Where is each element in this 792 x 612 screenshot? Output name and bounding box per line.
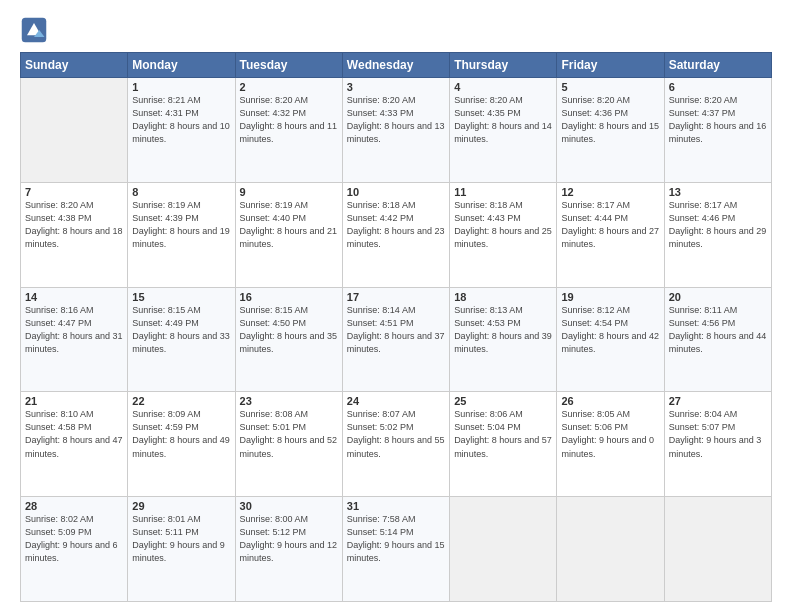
calendar-cell: 27 Sunrise: 8:04 AMSunset: 5:07 PMDaylig… <box>664 392 771 497</box>
day-number: 16 <box>240 291 338 303</box>
day-number: 21 <box>25 395 123 407</box>
calendar-cell: 8 Sunrise: 8:19 AMSunset: 4:39 PMDayligh… <box>128 182 235 287</box>
day-number: 27 <box>669 395 767 407</box>
day-number: 13 <box>669 186 767 198</box>
calendar-cell: 2 Sunrise: 8:20 AMSunset: 4:32 PMDayligh… <box>235 78 342 183</box>
day-info: Sunrise: 8:13 AMSunset: 4:53 PMDaylight:… <box>454 304 552 356</box>
calendar-cell: 15 Sunrise: 8:15 AMSunset: 4:49 PMDaylig… <box>128 287 235 392</box>
day-info: Sunrise: 8:17 AMSunset: 4:46 PMDaylight:… <box>669 199 767 251</box>
calendar-header-row: SundayMondayTuesdayWednesdayThursdayFrid… <box>21 53 772 78</box>
day-number: 15 <box>132 291 230 303</box>
day-info: Sunrise: 8:18 AMSunset: 4:43 PMDaylight:… <box>454 199 552 251</box>
day-info: Sunrise: 8:01 AMSunset: 5:11 PMDaylight:… <box>132 513 230 565</box>
day-info: Sunrise: 7:58 AMSunset: 5:14 PMDaylight:… <box>347 513 445 565</box>
calendar-cell: 21 Sunrise: 8:10 AMSunset: 4:58 PMDaylig… <box>21 392 128 497</box>
day-info: Sunrise: 8:09 AMSunset: 4:59 PMDaylight:… <box>132 408 230 460</box>
day-info: Sunrise: 8:21 AMSunset: 4:31 PMDaylight:… <box>132 94 230 146</box>
calendar-table: SundayMondayTuesdayWednesdayThursdayFrid… <box>20 52 772 602</box>
calendar-cell: 10 Sunrise: 8:18 AMSunset: 4:42 PMDaylig… <box>342 182 449 287</box>
day-number: 8 <box>132 186 230 198</box>
day-info: Sunrise: 8:20 AMSunset: 4:33 PMDaylight:… <box>347 94 445 146</box>
calendar-cell <box>450 497 557 602</box>
day-number: 25 <box>454 395 552 407</box>
calendar-cell: 23 Sunrise: 8:08 AMSunset: 5:01 PMDaylig… <box>235 392 342 497</box>
header <box>20 16 772 44</box>
day-number: 2 <box>240 81 338 93</box>
calendar-day-header: Friday <box>557 53 664 78</box>
calendar-cell: 28 Sunrise: 8:02 AMSunset: 5:09 PMDaylig… <box>21 497 128 602</box>
calendar-week-row: 14 Sunrise: 8:16 AMSunset: 4:47 PMDaylig… <box>21 287 772 392</box>
day-number: 12 <box>561 186 659 198</box>
day-info: Sunrise: 8:04 AMSunset: 5:07 PMDaylight:… <box>669 408 767 460</box>
day-number: 17 <box>347 291 445 303</box>
day-number: 5 <box>561 81 659 93</box>
day-number: 7 <box>25 186 123 198</box>
day-number: 22 <box>132 395 230 407</box>
calendar-cell: 16 Sunrise: 8:15 AMSunset: 4:50 PMDaylig… <box>235 287 342 392</box>
calendar-cell: 20 Sunrise: 8:11 AMSunset: 4:56 PMDaylig… <box>664 287 771 392</box>
day-info: Sunrise: 8:19 AMSunset: 4:40 PMDaylight:… <box>240 199 338 251</box>
calendar-cell: 14 Sunrise: 8:16 AMSunset: 4:47 PMDaylig… <box>21 287 128 392</box>
day-info: Sunrise: 8:07 AMSunset: 5:02 PMDaylight:… <box>347 408 445 460</box>
calendar-cell: 1 Sunrise: 8:21 AMSunset: 4:31 PMDayligh… <box>128 78 235 183</box>
calendar-cell: 12 Sunrise: 8:17 AMSunset: 4:44 PMDaylig… <box>557 182 664 287</box>
day-number: 6 <box>669 81 767 93</box>
calendar-cell: 25 Sunrise: 8:06 AMSunset: 5:04 PMDaylig… <box>450 392 557 497</box>
day-info: Sunrise: 8:20 AMSunset: 4:36 PMDaylight:… <box>561 94 659 146</box>
day-number: 14 <box>25 291 123 303</box>
calendar-day-header: Tuesday <box>235 53 342 78</box>
calendar-cell <box>664 497 771 602</box>
day-number: 29 <box>132 500 230 512</box>
calendar-week-row: 21 Sunrise: 8:10 AMSunset: 4:58 PMDaylig… <box>21 392 772 497</box>
day-info: Sunrise: 8:05 AMSunset: 5:06 PMDaylight:… <box>561 408 659 460</box>
day-info: Sunrise: 8:14 AMSunset: 4:51 PMDaylight:… <box>347 304 445 356</box>
day-info: Sunrise: 8:20 AMSunset: 4:35 PMDaylight:… <box>454 94 552 146</box>
day-number: 23 <box>240 395 338 407</box>
day-info: Sunrise: 8:02 AMSunset: 5:09 PMDaylight:… <box>25 513 123 565</box>
day-info: Sunrise: 8:20 AMSunset: 4:32 PMDaylight:… <box>240 94 338 146</box>
calendar-cell: 29 Sunrise: 8:01 AMSunset: 5:11 PMDaylig… <box>128 497 235 602</box>
day-number: 20 <box>669 291 767 303</box>
calendar-day-header: Thursday <box>450 53 557 78</box>
calendar-day-header: Sunday <box>21 53 128 78</box>
calendar-cell: 22 Sunrise: 8:09 AMSunset: 4:59 PMDaylig… <box>128 392 235 497</box>
day-info: Sunrise: 8:19 AMSunset: 4:39 PMDaylight:… <box>132 199 230 251</box>
page: SundayMondayTuesdayWednesdayThursdayFrid… <box>0 0 792 612</box>
day-number: 3 <box>347 81 445 93</box>
calendar-cell <box>21 78 128 183</box>
day-info: Sunrise: 8:06 AMSunset: 5:04 PMDaylight:… <box>454 408 552 460</box>
calendar-day-header: Saturday <box>664 53 771 78</box>
day-number: 19 <box>561 291 659 303</box>
calendar-cell: 24 Sunrise: 8:07 AMSunset: 5:02 PMDaylig… <box>342 392 449 497</box>
day-number: 1 <box>132 81 230 93</box>
day-info: Sunrise: 8:15 AMSunset: 4:50 PMDaylight:… <box>240 304 338 356</box>
calendar-week-row: 28 Sunrise: 8:02 AMSunset: 5:09 PMDaylig… <box>21 497 772 602</box>
logo <box>20 16 52 44</box>
calendar-cell: 18 Sunrise: 8:13 AMSunset: 4:53 PMDaylig… <box>450 287 557 392</box>
day-info: Sunrise: 8:20 AMSunset: 4:38 PMDaylight:… <box>25 199 123 251</box>
calendar-cell: 9 Sunrise: 8:19 AMSunset: 4:40 PMDayligh… <box>235 182 342 287</box>
day-number: 9 <box>240 186 338 198</box>
day-number: 18 <box>454 291 552 303</box>
calendar-cell: 6 Sunrise: 8:20 AMSunset: 4:37 PMDayligh… <box>664 78 771 183</box>
logo-icon <box>20 16 48 44</box>
calendar-cell: 3 Sunrise: 8:20 AMSunset: 4:33 PMDayligh… <box>342 78 449 183</box>
day-number: 26 <box>561 395 659 407</box>
calendar-cell: 31 Sunrise: 7:58 AMSunset: 5:14 PMDaylig… <box>342 497 449 602</box>
day-info: Sunrise: 8:18 AMSunset: 4:42 PMDaylight:… <box>347 199 445 251</box>
day-info: Sunrise: 8:11 AMSunset: 4:56 PMDaylight:… <box>669 304 767 356</box>
day-info: Sunrise: 8:20 AMSunset: 4:37 PMDaylight:… <box>669 94 767 146</box>
day-number: 11 <box>454 186 552 198</box>
calendar-cell: 17 Sunrise: 8:14 AMSunset: 4:51 PMDaylig… <box>342 287 449 392</box>
day-number: 28 <box>25 500 123 512</box>
day-info: Sunrise: 8:10 AMSunset: 4:58 PMDaylight:… <box>25 408 123 460</box>
day-info: Sunrise: 8:08 AMSunset: 5:01 PMDaylight:… <box>240 408 338 460</box>
calendar-cell: 11 Sunrise: 8:18 AMSunset: 4:43 PMDaylig… <box>450 182 557 287</box>
day-number: 4 <box>454 81 552 93</box>
day-info: Sunrise: 8:12 AMSunset: 4:54 PMDaylight:… <box>561 304 659 356</box>
calendar-cell: 30 Sunrise: 8:00 AMSunset: 5:12 PMDaylig… <box>235 497 342 602</box>
calendar-day-header: Wednesday <box>342 53 449 78</box>
calendar-day-header: Monday <box>128 53 235 78</box>
calendar-week-row: 7 Sunrise: 8:20 AMSunset: 4:38 PMDayligh… <box>21 182 772 287</box>
day-number: 30 <box>240 500 338 512</box>
